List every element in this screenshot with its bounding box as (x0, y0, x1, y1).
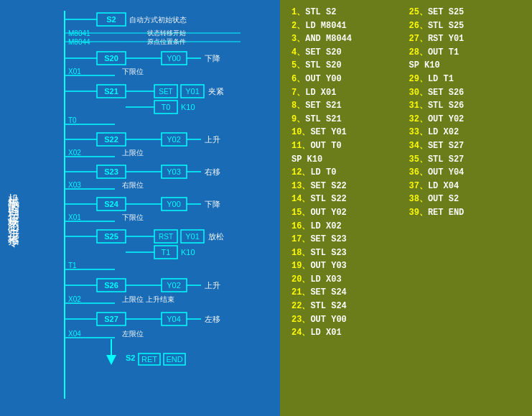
code-line: 7、LD X01 (291, 86, 403, 100)
svg-marker-116 (106, 355, 116, 365)
svg-text:X02: X02 (68, 149, 81, 157)
code-line: 6、OUT Y00 (291, 73, 403, 86)
svg-text:S21: S21 (104, 87, 118, 96)
svg-text:上升: 上升 (205, 281, 220, 290)
code-line: 25、SET S25 (409, 6, 521, 19)
code-line: 11、OUT T0 (291, 139, 403, 153)
code-line: 31、STL S26 (409, 99, 521, 113)
svg-text:T1: T1 (68, 262, 77, 269)
svg-text:自动方式初始状态: 自动方式初始状态 (129, 16, 187, 24)
code-line: 4、SET S20 (291, 46, 403, 60)
code-line: 37、LD X04 (409, 180, 521, 193)
code-line: 24、LD X01 (291, 326, 403, 340)
code-line: 5、STL S20 (291, 59, 403, 73)
code-line: 9、STL S21 (291, 113, 403, 126)
svg-text:上限位 上升结束: 上限位 上升结束 (122, 295, 174, 303)
svg-text:左移: 左移 (205, 315, 220, 323)
ladder-diagram: S2 自动方式初始状态 M8041 M8044 状态转移开始 原点位置条件 S2… (43, 7, 273, 406)
svg-text:S20: S20 (104, 54, 118, 63)
svg-text:S24: S24 (104, 200, 118, 208)
svg-text:X01: X01 (68, 68, 81, 75)
svg-text:状态转移开始: 状态转移开始 (146, 29, 186, 37)
code-line: 15、OUT Y02 (291, 206, 403, 220)
svg-text:下降: 下降 (205, 200, 220, 208)
svg-text:Y02: Y02 (167, 135, 181, 144)
code-line: 16、LD X02 (291, 220, 403, 234)
svg-text:下降: 下降 (205, 54, 220, 63)
code-line: 23、OUT Y00 (291, 313, 403, 327)
svg-text:RST: RST (159, 233, 173, 241)
code-col-1: 1、STL S22、LD M80413、AND M80444、SET S205、… (289, 6, 406, 410)
svg-text:X02: X02 (68, 295, 81, 303)
left-panel: 机械手的自动运行状态图（步进指令） S2 自动方式初始状态 M8041 M804… (0, 0, 280, 416)
svg-text:RET: RET (141, 355, 157, 364)
svg-text:K10: K10 (181, 103, 195, 111)
code-line: 10、SET Y01 (291, 126, 403, 139)
code-line: 29、LD T1 (409, 73, 521, 86)
code-line: 22、STL S24 (291, 300, 403, 313)
svg-text:T1: T1 (162, 248, 171, 256)
svg-text:原点位置条件: 原点位置条件 (147, 38, 186, 45)
svg-text:S23: S23 (104, 167, 118, 176)
code-line: 39、RET END (409, 206, 521, 220)
code-col-2: 25、SET S2526、STL S2527、RST Y0128、OUT T1 … (406, 6, 524, 410)
svg-text:END: END (166, 355, 182, 364)
svg-text:Y03: Y03 (167, 167, 181, 176)
svg-text:S2: S2 (106, 15, 116, 24)
code-line: SP K10 (409, 59, 521, 73)
svg-text:Y02: Y02 (167, 281, 181, 290)
svg-text:Y00: Y00 (167, 54, 181, 63)
svg-text:下限位: 下限位 (122, 68, 144, 75)
svg-text:Y04: Y04 (167, 315, 181, 323)
code-line: 1、STL S2 (291, 6, 403, 19)
diagram-area: S2 自动方式初始状态 M8041 M8044 状态转移开始 原点位置条件 S2… (43, 7, 273, 406)
code-line: 3、AND M8044 (291, 32, 403, 46)
svg-text:K10: K10 (181, 248, 195, 256)
code-line: 34、SET S27 (409, 139, 521, 153)
svg-text:右移: 右移 (205, 167, 220, 176)
svg-text:S2: S2 (126, 353, 135, 362)
code-line: 20、LD X03 (291, 273, 403, 287)
code-line: 33、LD X02 (409, 126, 521, 139)
code-line: 18、STL S23 (291, 246, 403, 260)
svg-text:左限位: 左限位 (122, 330, 144, 338)
svg-text:T0: T0 (68, 116, 77, 124)
svg-text:下限位: 下限位 (122, 213, 144, 221)
code-line: 17、SET S23 (291, 233, 403, 246)
code-line: 26、STL S25 (409, 19, 521, 33)
svg-text:T0: T0 (162, 103, 171, 111)
code-line: SP K10 (291, 153, 403, 167)
svg-text:放松: 放松 (208, 232, 224, 241)
code-columns: 1、STL S22、LD M80413、AND M80444、SET S205、… (289, 6, 523, 410)
svg-text:X03: X03 (68, 181, 81, 189)
code-line: 2、LD M8041 (291, 19, 403, 33)
svg-text:上升: 上升 (205, 135, 220, 144)
svg-text:夹紧: 夹紧 (208, 87, 224, 96)
svg-text:Y01: Y01 (185, 232, 200, 241)
code-line: 38、OUT S2 (409, 193, 521, 206)
svg-text:S27: S27 (104, 315, 118, 323)
code-line: 35、STL S27 (409, 153, 521, 167)
svg-text:X04: X04 (68, 330, 81, 338)
svg-text:X01: X01 (68, 213, 81, 221)
right-panel: 1、STL S22、LD M80413、AND M80444、SET S205、… (280, 0, 532, 416)
svg-text:S26: S26 (104, 281, 118, 290)
code-line: 28、OUT T1 (409, 46, 521, 60)
code-line: 21、SET S24 (291, 286, 403, 300)
side-title: 机械手的自动运行状态图（步进指令） (6, 184, 22, 233)
svg-text:Y01: Y01 (185, 87, 200, 96)
svg-text:右限位: 右限位 (122, 181, 144, 189)
code-line: 30、SET S26 (409, 86, 521, 100)
code-line: 13、SET S22 (291, 180, 403, 193)
code-line: 19、OUT Y03 (291, 259, 403, 273)
code-line: 14、STL S22 (291, 193, 403, 206)
code-line: 36、OUT Y04 (409, 166, 521, 180)
svg-text:上限位: 上限位 (122, 149, 144, 157)
code-line: 8、SET S21 (291, 99, 403, 113)
svg-text:SET: SET (159, 88, 172, 96)
code-line: 32、OUT Y02 (409, 113, 521, 126)
code-line: 12、LD T0 (291, 166, 403, 180)
svg-text:Y00: Y00 (167, 200, 181, 208)
code-line: 27、RST Y01 (409, 32, 521, 46)
svg-text:S22: S22 (104, 135, 118, 144)
